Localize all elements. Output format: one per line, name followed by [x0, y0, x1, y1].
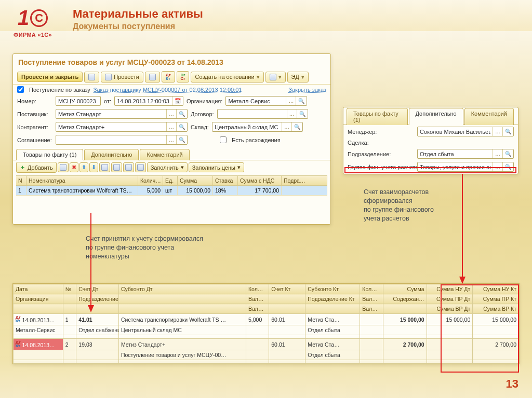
manager-field[interactable]: [418, 129, 493, 135]
search-icon[interactable]: 🔍: [291, 122, 302, 131]
division-field[interactable]: [418, 151, 493, 157]
counterparty-label: Контрагент:: [17, 124, 52, 130]
supplier-label: Поставщик:: [17, 111, 52, 117]
table-row[interactable]: 1 Система транспортировки Wolfcraft TS… …: [16, 186, 327, 196]
org-field[interactable]: [226, 98, 286, 104]
warehouse-field[interactable]: [212, 124, 282, 130]
barcode-button[interactable]: [99, 162, 110, 172]
list-icon: [125, 164, 132, 171]
number-field[interactable]: [56, 98, 100, 104]
ellipsis-button[interactable]: …: [166, 122, 176, 131]
search-icon[interactable]: 🔍: [176, 109, 187, 118]
search-icon[interactable]: 🔍: [502, 127, 513, 136]
arrow-down-icon: ⬇: [91, 164, 96, 171]
search-icon[interactable]: 🔍: [297, 109, 308, 118]
col-nomenclature: Номенклатура: [26, 176, 138, 186]
agreement-field[interactable]: [56, 137, 166, 143]
copy-icon: [60, 164, 66, 171]
plus-icon: ＋: [20, 163, 25, 171]
tab-comment[interactable]: Комментарий: [140, 149, 189, 160]
page-title: Материальные активы: [73, 7, 203, 21]
save-icon: [88, 74, 95, 80]
agreement-label: Соглашение:: [17, 137, 52, 143]
by-order-checkbox[interactable]: [17, 86, 24, 93]
barcode-icon: [101, 164, 108, 171]
ellipsis-button[interactable]: …: [282, 122, 291, 131]
order-link[interactable]: Заказ поставщику МСЦУ-000007 от 02.08.20…: [94, 87, 242, 93]
gear-icon: [113, 164, 120, 171]
receipt-document-window: Поступление товаров и услуг МСЦУ-000023 …: [12, 53, 331, 225]
search-icon[interactable]: 🔍: [502, 149, 513, 158]
ellipsis-button[interactable]: …: [493, 149, 502, 158]
tabstrip: Товары по факту (1) Дополнительно Коммен…: [13, 148, 330, 160]
delete-button[interactable]: ✖: [70, 162, 78, 172]
window-title: Поступление товаров и услуг МСЦУ-000023 …: [13, 54, 330, 70]
ellipsis-button[interactable]: …: [287, 109, 297, 118]
counterparty-field[interactable]: [56, 124, 166, 130]
calendar-button[interactable]: 📅: [172, 97, 183, 105]
print-icon: [270, 74, 276, 80]
misc2-button[interactable]: [123, 162, 134, 172]
goods-grid[interactable]: N Номенклатура Колич… Ед. Сумма Ставка С…: [16, 175, 327, 196]
logo: 1C ФИРМА «1С»: [9, 6, 56, 38]
col-n: N: [16, 176, 26, 186]
logo-text: ФИРМА «1С»: [9, 32, 56, 38]
contract-label: Договор:: [191, 111, 214, 117]
warehouse-label: Склад:: [191, 124, 209, 130]
manager-label: Менеджер:: [348, 129, 414, 135]
ellipsis-button[interactable]: …: [286, 97, 296, 105]
posting-ledger: Дата№Счет ДтСубконто ДтКол…Счет КтСубкон…: [12, 283, 520, 364]
discrepancies-label: Есть расхождения: [232, 137, 281, 143]
list-icon: [149, 74, 156, 80]
contract-field[interactable]: [218, 111, 287, 117]
ed-button[interactable]: ЭД ▾: [287, 72, 309, 83]
search-icon[interactable]: 🔍: [502, 162, 513, 171]
post-and-close-button[interactable]: Провести и закрыть: [17, 72, 83, 82]
tab-comment[interactable]: Комментарий: [464, 108, 514, 125]
dtkt-icon: ДтКт: [166, 73, 171, 80]
add-button[interactable]: ＋Добавить: [16, 162, 57, 173]
supplier-field[interactable]: [56, 111, 166, 117]
division-label: Подразделение:: [348, 151, 414, 157]
annotation-left: Счет принятия к учету сформировалсяпо гр…: [86, 235, 203, 261]
arrow-up-icon: ⬆: [82, 164, 86, 171]
create-based-on-button[interactable]: Создать на основании ▾: [191, 72, 263, 83]
ellipsis-button[interactable]: …: [493, 162, 502, 171]
chevron-down-icon: ▾: [301, 74, 304, 80]
col-division: Подра…: [282, 176, 327, 186]
copy-button[interactable]: [58, 162, 69, 172]
ellipsis-button[interactable]: …: [493, 127, 502, 136]
deal-label: Сделка:: [348, 140, 414, 146]
search-icon[interactable]: 🔍: [176, 135, 187, 144]
moveup-button[interactable]: ⬆: [79, 162, 88, 172]
arrow-right: [452, 174, 473, 288]
movedown-button[interactable]: ⬇: [89, 162, 98, 172]
doc-icon: [137, 164, 144, 171]
drcr-button[interactable]: DrCr: [177, 71, 190, 83]
tab-goods[interactable]: Товары по факту (1): [347, 108, 408, 125]
show-movements-button[interactable]: [145, 72, 160, 83]
tab-goods[interactable]: Товары по факту (1): [16, 149, 83, 160]
ellipsis-button[interactable]: …: [166, 135, 176, 144]
search-icon[interactable]: 🔍: [176, 122, 187, 131]
dtkt-button[interactable]: ДтКт: [162, 71, 175, 83]
search-icon[interactable]: 🔍: [296, 97, 307, 105]
fingroup-field[interactable]: [418, 164, 493, 170]
fill-prices-button[interactable]: Заполнить цены ▾: [189, 162, 244, 172]
close-order-link[interactable]: Закрыть заказ: [288, 87, 326, 93]
misc1-button[interactable]: [111, 162, 122, 172]
fill-button[interactable]: Заполнить ▾: [147, 162, 188, 172]
date-field[interactable]: [115, 98, 172, 104]
tab-additional[interactable]: Дополнительно: [84, 149, 139, 160]
tab-additional[interactable]: Дополнительно: [409, 108, 463, 125]
print-button[interactable]: ▾: [265, 72, 286, 83]
misc3-button[interactable]: [135, 162, 146, 172]
discrepancies-checkbox[interactable]: [220, 136, 227, 143]
page-subtitle: Документы поступления: [73, 22, 175, 31]
save-button[interactable]: [84, 72, 99, 83]
col-vatrate: Ставка: [213, 176, 238, 186]
main-toolbar: Провести и закрыть Провести ДтКт DrCr Со…: [13, 70, 330, 85]
by-order-label: Поступление по заказу: [29, 87, 90, 93]
post-button[interactable]: Провести: [101, 72, 143, 83]
ellipsis-button[interactable]: …: [166, 109, 176, 118]
